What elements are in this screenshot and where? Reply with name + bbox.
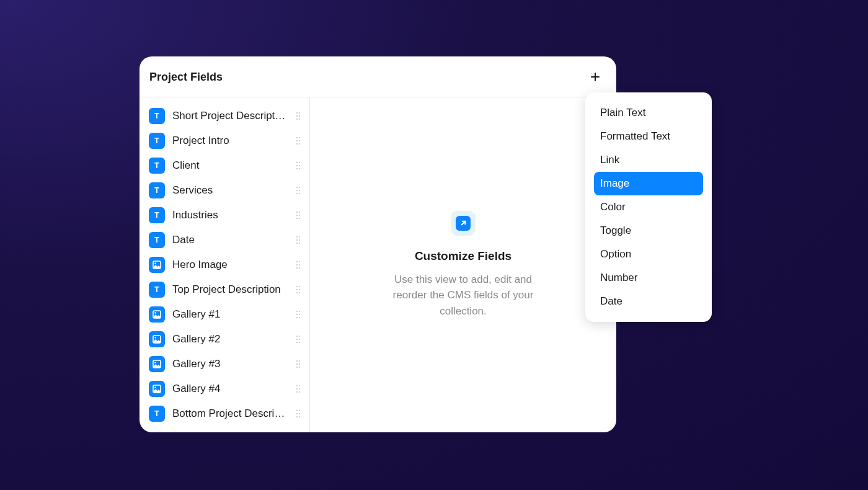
- field-item[interactable]: Gallery #4: [140, 376, 309, 401]
- field-item[interactable]: TProject Intro: [140, 128, 309, 153]
- field-item[interactable]: TBottom Project Description: [140, 401, 309, 426]
- drag-handle-icon[interactable]: [294, 334, 302, 344]
- field-item[interactable]: TShort Project Description: [140, 104, 309, 128]
- svg-point-20: [296, 187, 298, 188]
- svg-point-65: [299, 339, 300, 340]
- field-item[interactable]: Gallery #3: [140, 352, 309, 376]
- field-type-option[interactable]: Formatted Text: [594, 125, 703, 148]
- svg-point-18: [296, 168, 298, 169]
- svg-point-64: [296, 339, 298, 340]
- content-description: Use this view to add, edit and reorder t…: [389, 272, 538, 319]
- panel-body: TShort Project DescriptionTProject Intro…: [140, 97, 616, 432]
- drag-handle-icon[interactable]: [294, 285, 302, 295]
- svg-point-12: [296, 143, 298, 145]
- svg-point-19: [299, 168, 300, 169]
- add-field-button[interactable]: [587, 68, 604, 86]
- svg-point-24: [296, 193, 298, 194]
- field-item[interactable]: TDate: [140, 228, 309, 252]
- field-type-option[interactable]: Color: [594, 195, 703, 219]
- field-item[interactable]: TClient: [140, 153, 309, 178]
- content-title: Customize Fields: [415, 249, 512, 263]
- svg-point-53: [154, 312, 156, 313]
- svg-point-28: [296, 215, 298, 216]
- drag-handle-icon[interactable]: [294, 310, 302, 319]
- svg-point-14: [296, 162, 298, 163]
- drag-handle-icon[interactable]: [294, 359, 302, 369]
- svg-point-29: [299, 215, 300, 216]
- field-label: Client: [172, 159, 287, 172]
- field-label: Top Project Description: [172, 283, 287, 296]
- field-item[interactable]: Gallery #2: [140, 327, 309, 352]
- svg-point-81: [299, 388, 300, 390]
- field-item[interactable]: Gallery #1: [140, 302, 309, 327]
- svg-point-41: [299, 261, 300, 262]
- field-label: Gallery #2: [172, 333, 287, 345]
- field-type-option[interactable]: Link: [594, 148, 703, 172]
- svg-point-66: [296, 342, 298, 343]
- field-item[interactable]: TServices: [140, 178, 309, 203]
- svg-point-79: [299, 385, 300, 386]
- field-type-option[interactable]: Number: [594, 266, 703, 290]
- svg-point-36: [296, 243, 298, 244]
- text-icon: T: [149, 406, 165, 422]
- svg-point-9: [299, 137, 300, 138]
- field-type-option[interactable]: Date: [594, 290, 703, 313]
- image-icon: [149, 356, 165, 372]
- svg-point-4: [296, 115, 298, 117]
- svg-point-42: [296, 264, 298, 265]
- svg-point-62: [296, 336, 298, 337]
- field-item[interactable]: Hero Image: [140, 252, 309, 277]
- field-item[interactable]: TTop Project Description: [140, 277, 309, 302]
- field-type-option[interactable]: Toggle: [594, 219, 703, 243]
- svg-point-33: [299, 236, 300, 238]
- svg-point-83: [299, 391, 300, 393]
- svg-point-31: [299, 218, 300, 219]
- drag-handle-icon[interactable]: [294, 409, 302, 419]
- svg-point-71: [299, 360, 300, 362]
- svg-point-10: [296, 140, 298, 141]
- svg-point-56: [296, 314, 298, 315]
- svg-point-43: [299, 264, 300, 265]
- field-label: Gallery #3: [172, 358, 287, 370]
- svg-point-5: [299, 115, 300, 117]
- svg-point-51: [299, 292, 300, 293]
- drag-handle-icon[interactable]: [294, 384, 302, 394]
- arrow-out-icon: [456, 216, 471, 231]
- project-fields-panel: Project Fields TShort Project Descriptio…: [140, 56, 616, 432]
- drag-handle-icon[interactable]: [294, 161, 302, 171]
- field-label: Services: [172, 184, 287, 197]
- field-type-option[interactable]: Plain Text: [594, 101, 703, 125]
- drag-handle-icon[interactable]: [294, 235, 302, 245]
- svg-point-44: [296, 267, 298, 269]
- drag-handle-icon[interactable]: [294, 210, 302, 220]
- svg-point-57: [299, 314, 300, 315]
- svg-point-78: [296, 385, 298, 386]
- drag-handle-icon[interactable]: [294, 260, 302, 270]
- svg-point-80: [296, 388, 298, 390]
- drag-handle-icon[interactable]: [294, 111, 302, 121]
- svg-point-88: [296, 416, 298, 417]
- image-icon: [149, 257, 165, 273]
- field-label: Project Intro: [172, 135, 287, 147]
- svg-point-6: [296, 118, 298, 120]
- text-icon: T: [149, 133, 165, 149]
- text-icon: T: [149, 182, 165, 198]
- field-label: Gallery #1: [172, 308, 287, 321]
- svg-point-21: [299, 187, 300, 188]
- svg-point-27: [299, 212, 300, 213]
- svg-point-15: [299, 162, 300, 163]
- svg-point-86: [296, 413, 298, 414]
- field-type-popover: Plain TextFormatted TextLinkImageColorTo…: [585, 92, 712, 322]
- field-item[interactable]: TIndustries: [140, 203, 309, 228]
- panel-title: Project Fields: [149, 71, 223, 84]
- svg-point-35: [299, 239, 300, 241]
- field-label: Short Project Description: [172, 110, 287, 122]
- svg-point-32: [296, 236, 298, 238]
- svg-point-55: [299, 311, 300, 312]
- drag-handle-icon[interactable]: [294, 185, 302, 195]
- field-type-option[interactable]: Option: [594, 243, 703, 266]
- svg-point-85: [299, 410, 300, 411]
- svg-point-70: [296, 360, 298, 362]
- field-type-option[interactable]: Image: [594, 172, 703, 195]
- drag-handle-icon[interactable]: [294, 136, 302, 146]
